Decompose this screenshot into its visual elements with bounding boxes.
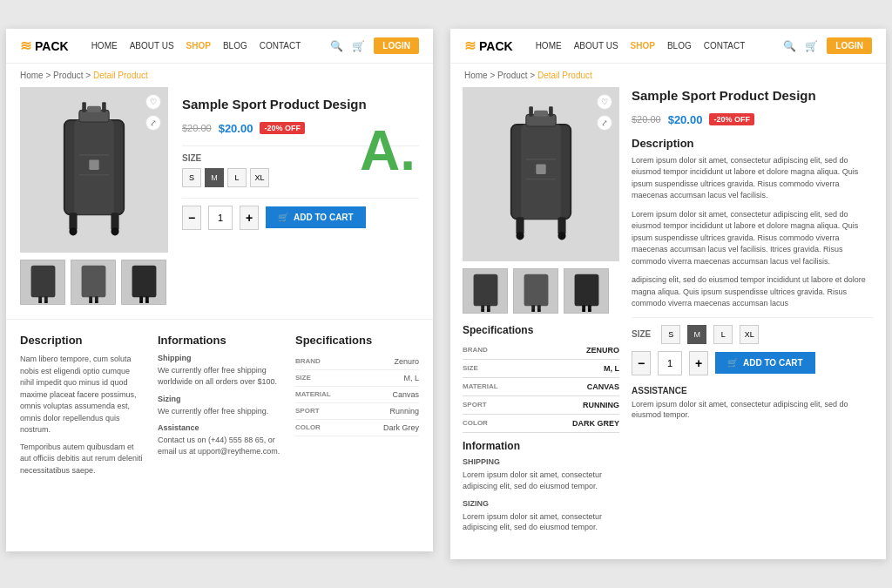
price-old-b: $20.00 xyxy=(632,114,661,125)
nav-shop-b[interactable]: SHOP xyxy=(631,41,655,51)
logo-icon-b: ≋ xyxy=(464,37,476,54)
svg-rect-12 xyxy=(102,103,106,112)
informations-title-a: Informations xyxy=(158,334,281,347)
shipping-text-a: We currently offer free shipping worldwi… xyxy=(158,365,281,387)
qty-input-b[interactable] xyxy=(658,351,682,375)
share-btn-a[interactable]: ⤤ xyxy=(145,115,161,131)
spec-row: SPORTRunning xyxy=(295,403,419,420)
informations-col-a: Informations Shipping We currently offer… xyxy=(158,334,281,482)
svg-rect-40 xyxy=(549,107,553,117)
size-xl[interactable]: XL xyxy=(250,168,269,187)
spec-table-value: RUNNING xyxy=(583,401,619,409)
nav-about[interactable]: ABOUT US xyxy=(130,41,174,51)
thumb-b-1[interactable] xyxy=(463,268,508,314)
qty-minus-a[interactable]: − xyxy=(182,206,201,230)
size-xl-b[interactable]: XL xyxy=(740,325,759,344)
card-a: ≋ PACK HOME ABOUT US SHOP BLOG CONTACT 🔍… xyxy=(6,29,433,551)
nav-contact-b[interactable]: CONTACT xyxy=(704,41,746,51)
navbar-b: ≋ PACK HOME ABOUT US SHOP BLOG CONTACT 🔍… xyxy=(450,29,886,64)
size-m-b[interactable]: M xyxy=(687,325,706,344)
spec-label: COLOR xyxy=(295,423,321,432)
label-a: A. xyxy=(360,123,416,179)
breadcrumb-product[interactable]: Product xyxy=(53,71,83,80)
svg-rect-46 xyxy=(524,274,548,306)
nav-shop[interactable]: SHOP xyxy=(186,41,211,51)
search-icon-b[interactable]: 🔍 xyxy=(783,40,796,52)
thumb-b-2[interactable] xyxy=(513,268,558,314)
wishlist-btn-a[interactable]: ♡ xyxy=(145,94,161,110)
svg-rect-41 xyxy=(473,274,497,306)
breadcrumb-b: Home > Product > Detail Product xyxy=(450,64,886,87)
spec-value: M, L xyxy=(403,374,419,382)
assistance-b: ASSISTANCE Lorem ipsum dolor sit amet, c… xyxy=(632,386,874,421)
image-actions-b: ♡ ⤤ xyxy=(597,94,612,131)
login-button-b[interactable]: LOGIN xyxy=(827,37,872,54)
nav-blog[interactable]: BLOG xyxy=(223,41,247,51)
specs-title-b: Specifications xyxy=(463,324,619,336)
nav-blog-b[interactable]: BLOG xyxy=(667,41,692,51)
nav-right-a: 🔍 🛒 LOGIN xyxy=(330,37,419,54)
size-m[interactable]: M xyxy=(205,168,224,187)
spec-value: Running xyxy=(389,407,419,416)
sizing-title-a: Sizing xyxy=(158,395,281,403)
spec-value: Dark Grey xyxy=(383,423,419,432)
bottom-sections-a: Description Nam libero tempore, cum solu… xyxy=(6,319,433,496)
price-new-b: $20.00 xyxy=(668,113,703,126)
spec-table-row: MATERIALCANVAS xyxy=(463,378,619,396)
navbar-a: ≋ PACK HOME ABOUT US SHOP BLOG CONTACT 🔍… xyxy=(6,29,433,64)
share-btn-b[interactable]: ⤤ xyxy=(597,115,612,131)
breadcrumb-home[interactable]: Home xyxy=(20,71,44,80)
luggage-svg-a xyxy=(46,100,142,240)
size-s-b[interactable]: S xyxy=(661,325,680,344)
svg-point-10 xyxy=(111,228,118,236)
logo-a: ≋ PACK xyxy=(20,37,69,54)
desc-title-b: Description xyxy=(632,137,874,150)
svg-rect-6 xyxy=(89,160,98,170)
spec-label: MATERIAL xyxy=(295,390,331,399)
breadcrumb-product-b[interactable]: Product xyxy=(497,71,527,80)
svg-point-37 xyxy=(516,233,524,240)
price-new-a: $20.00 xyxy=(219,122,253,135)
nav-about-b[interactable]: ABOUT US xyxy=(574,41,618,51)
spec-table-value: M, L xyxy=(604,364,619,373)
svg-rect-18 xyxy=(81,266,105,297)
login-button-a[interactable]: LOGIN xyxy=(374,37,419,54)
size-s[interactable]: S xyxy=(182,168,201,187)
svg-rect-13 xyxy=(30,266,55,297)
info-shipping-text-b: Lorem ipsum dolor sit amet, consectetur … xyxy=(463,470,619,491)
nav-contact[interactable]: CONTACT xyxy=(260,41,301,51)
spec-table-label: SPORT xyxy=(463,401,487,409)
nav-home[interactable]: HOME xyxy=(91,41,118,51)
wishlist-btn-b[interactable]: ♡ xyxy=(597,94,612,110)
size-l[interactable]: L xyxy=(227,168,247,187)
thumb-2[interactable] xyxy=(71,260,116,305)
specs-b-section: Specifications BRANDZENUROSIZEM, LMATERI… xyxy=(463,324,619,433)
thumb-1[interactable] xyxy=(20,260,65,305)
qty-minus-b[interactable]: − xyxy=(632,351,651,375)
spec-row: COLORDark Grey xyxy=(295,420,419,436)
qty-plus-b[interactable]: + xyxy=(689,351,708,375)
qty-plus-a[interactable]: + xyxy=(240,206,259,230)
cart-icon-b[interactable]: 🛒 xyxy=(805,40,818,52)
thumb-3[interactable] xyxy=(121,260,166,305)
search-icon[interactable]: 🔍 xyxy=(330,40,343,52)
luggage-svg-b xyxy=(493,105,589,244)
qty-input-a[interactable] xyxy=(208,206,233,230)
spec-row: SIZEM, L xyxy=(295,370,419,387)
thumb-b-3[interactable] xyxy=(564,268,609,314)
cart-icon[interactable]: 🛒 xyxy=(352,40,365,52)
breadcrumb-home-b[interactable]: Home xyxy=(464,71,488,80)
info-sizing-label-b: SIZING xyxy=(463,499,619,508)
size-l-b[interactable]: L xyxy=(713,325,733,344)
info-sizing-text-b: Lorem ipsum dolor sit amet, consectetur … xyxy=(463,511,619,533)
nav-links-b: HOME ABOUT US SHOP BLOG CONTACT xyxy=(536,41,746,51)
spec-table-value: ZENURO xyxy=(586,346,619,355)
spec-value: Canvas xyxy=(392,390,419,399)
svg-rect-34 xyxy=(536,165,545,174)
nav-home-b[interactable]: HOME xyxy=(536,41,562,51)
spec-label: SIZE xyxy=(295,374,311,382)
spec-table-row: COLORDARK GREY xyxy=(463,415,619,433)
logo-b: ≋ PACK xyxy=(464,37,513,54)
add-to-cart-btn-a[interactable]: 🛒 ADD TO CART xyxy=(266,206,366,228)
add-to-cart-btn-b[interactable]: 🛒 ADD TO CART xyxy=(715,352,815,374)
